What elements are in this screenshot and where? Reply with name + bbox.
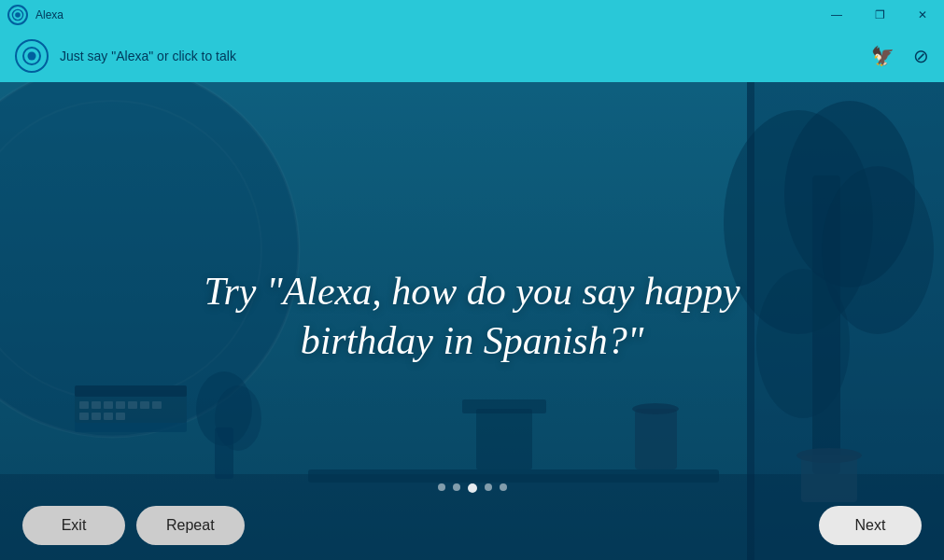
- titlebar-title: Alexa: [35, 8, 63, 21]
- minimize-button[interactable]: —: [815, 0, 858, 30]
- main-content: Try "Alexa, how do you say happy birthda…: [0, 82, 944, 560]
- slide-dots: [438, 483, 507, 493]
- titlebar: Alexa — ❐ ✕: [0, 0, 944, 30]
- exit-button[interactable]: Exit: [22, 506, 125, 545]
- headerbar: Just say "Alexa" or click to talk 🦅 ⊘: [0, 30, 944, 82]
- close-button[interactable]: ✕: [901, 0, 944, 30]
- svg-point-1: [15, 12, 21, 18]
- header-subtitle: Just say "Alexa" or click to talk: [60, 49, 236, 63]
- header-icons: 🦅 ⊘: [871, 45, 929, 67]
- dot-4[interactable]: [485, 483, 492, 491]
- dot-5[interactable]: [500, 483, 507, 491]
- titlebar-logo: [7, 5, 28, 25]
- repeat-button[interactable]: Repeat: [136, 506, 245, 545]
- maximize-button[interactable]: ❐: [858, 0, 901, 30]
- microphone-icon[interactable]: 🦅: [871, 45, 895, 67]
- main-quote-container: Try "Alexa, how do you say happy birthda…: [146, 267, 799, 365]
- bottom-buttons: Exit Repeat Next: [0, 506, 944, 545]
- dot-3[interactable]: [468, 483, 477, 493]
- alexa-logo[interactable]: [15, 39, 49, 73]
- svg-point-3: [28, 52, 36, 61]
- main-quote-text: Try "Alexa, how do you say happy birthda…: [146, 267, 799, 365]
- next-button[interactable]: Next: [819, 506, 922, 545]
- dot-2[interactable]: [453, 483, 460, 491]
- cancel-icon[interactable]: ⊘: [913, 45, 929, 67]
- dot-1[interactable]: [438, 483, 445, 491]
- titlebar-controls: — ❐ ✕: [815, 0, 944, 30]
- left-buttons: Exit Repeat: [22, 506, 245, 545]
